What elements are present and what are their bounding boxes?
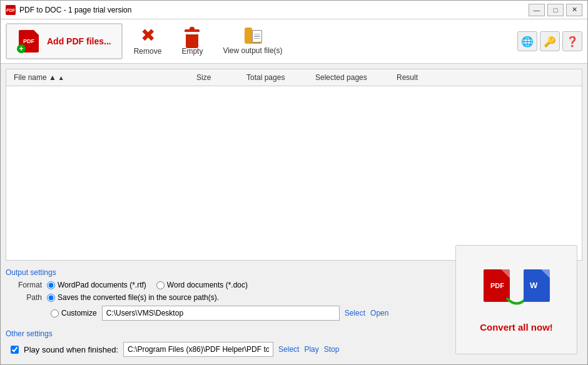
convert-svg: PDF W	[482, 264, 551, 314]
format-rtf-option[interactable]: WordPad documents (*.rtf)	[47, 281, 146, 289]
add-pdf-icon: PDF +	[17, 29, 41, 53]
empty-button[interactable]: Empty	[173, 23, 211, 59]
output-settings: Output settings Format WordPad documents…	[6, 266, 451, 327]
toolbar-right: 🌐 🔑 ❓	[517, 31, 582, 51]
path-customize-radio[interactable]	[51, 309, 59, 318]
empty-label: Empty	[181, 47, 203, 56]
convert-icon-area: PDF W	[482, 264, 551, 314]
sound-select-link[interactable]: Select	[278, 345, 299, 354]
svg-text:W: W	[530, 281, 538, 290]
col-selectedpages: Selected pages	[313, 72, 394, 83]
minimize-button[interactable]: —	[529, 4, 545, 16]
path-label: Path	[11, 293, 42, 302]
table-header: File name ▲ Size Total pages Selected pa…	[6, 69, 582, 86]
col-filename[interactable]: File name ▲	[11, 72, 194, 83]
view-output-button[interactable]: View output file(s)	[214, 24, 291, 59]
app-icon: PDF	[6, 5, 16, 15]
remove-icon: ✖	[141, 27, 155, 44]
sound-play-link[interactable]: Play	[304, 345, 318, 354]
path-source-option[interactable]: Saves the converted file(s) in the sourc…	[47, 293, 219, 302]
main-content: File name ▲ Size Total pages Selected pa…	[1, 64, 587, 364]
sound-path-input[interactable]	[123, 342, 273, 357]
path-row: Path Saves the converted file(s) in the …	[6, 293, 451, 302]
other-settings: Other settings Play sound when finished:…	[6, 327, 451, 359]
toolbar: PDF + Add PDF files... ✖ Remove Empty	[1, 19, 587, 64]
svg-text:PDF: PDF	[6, 8, 15, 12]
sound-stop-link[interactable]: Stop	[324, 345, 340, 354]
customize-path-input[interactable]	[102, 306, 340, 321]
help-button[interactable]: ❓	[562, 31, 582, 51]
convert-panel: PDF W Convert all now!	[455, 245, 577, 354]
window-title: PDF to DOC - 1 page trial version	[19, 6, 529, 14]
output-settings-title: Output settings	[6, 268, 451, 277]
window-controls: — □ ✕	[529, 4, 582, 16]
format-rtf-label: WordPad documents (*.rtf)	[58, 281, 146, 289]
lower-area: Output settings Format WordPad documents…	[6, 266, 582, 359]
format-doc-option[interactable]: Word documents (*.doc)	[156, 281, 248, 289]
format-doc-label: Word documents (*.doc)	[167, 281, 248, 289]
customize-row: Customize Select Open	[6, 306, 451, 321]
sound-row: Play sound when finished: Select Play St…	[6, 342, 451, 357]
convert-button[interactable]: Convert all now!	[470, 319, 563, 335]
select-path-link[interactable]: Select	[345, 309, 365, 318]
title-bar: PDF PDF to DOC - 1 page trial version — …	[1, 1, 587, 19]
customize-label: Customize	[61, 309, 97, 318]
empty-icon	[183, 27, 201, 44]
plus-badge: +	[17, 44, 26, 53]
key-button[interactable]: 🔑	[540, 31, 560, 51]
open-path-link[interactable]: Open	[370, 309, 388, 318]
globe-button[interactable]: 🌐	[517, 31, 537, 51]
format-label: Format	[11, 281, 42, 289]
file-table: File name ▲ Size Total pages Selected pa…	[6, 69, 582, 261]
remove-button[interactable]: ✖ Remove	[125, 23, 171, 59]
add-pdf-label: Add PDF files...	[47, 36, 111, 46]
col-size: Size	[194, 72, 244, 83]
format-row: Format WordPad documents (*.rtf) Word do…	[6, 281, 451, 289]
close-button[interactable]: ✕	[566, 4, 582, 16]
play-sound-label: Play sound when finished:	[24, 345, 118, 354]
help-icon: ❓	[566, 36, 579, 48]
key-icon: 🔑	[544, 36, 556, 48]
view-output-label: View output file(s)	[223, 46, 282, 55]
col-totalpages: Total pages	[244, 72, 313, 83]
path-source-label: Saves the converted file(s) in the sourc…	[58, 293, 219, 302]
format-rtf-radio[interactable]	[47, 281, 55, 289]
add-pdf-button[interactable]: PDF + Add PDF files...	[6, 23, 123, 59]
view-output-icon	[243, 28, 262, 44]
format-doc-radio[interactable]	[156, 281, 165, 289]
table-body	[6, 86, 582, 260]
other-settings-title: Other settings	[6, 329, 451, 338]
remove-label: Remove	[134, 47, 162, 56]
path-source-radio[interactable]	[47, 294, 55, 302]
svg-text:PDF: PDF	[490, 282, 504, 289]
globe-icon: 🌐	[521, 36, 534, 48]
path-customize-option[interactable]: Customize	[51, 309, 97, 318]
col-result: Result	[394, 72, 577, 83]
maximize-button[interactable]: □	[547, 4, 564, 16]
format-radio-group: WordPad documents (*.rtf) Word documents…	[47, 281, 248, 289]
play-sound-checkbox[interactable]	[11, 346, 19, 354]
